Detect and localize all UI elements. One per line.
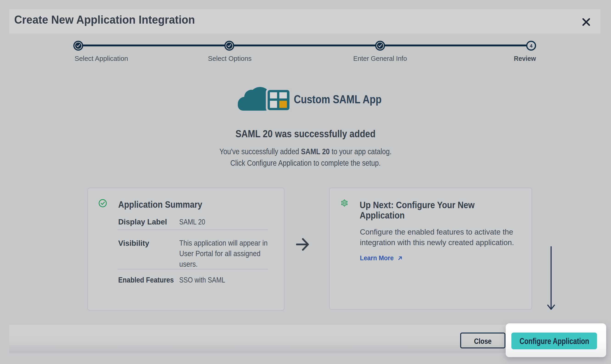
svg-text:4: 4 <box>530 43 533 48</box>
